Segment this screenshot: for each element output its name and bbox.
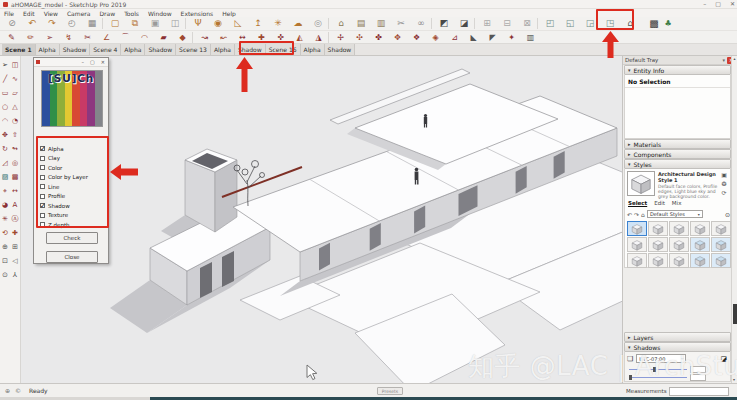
toolbar-icon[interactable]: ✦ bbox=[502, 31, 521, 44]
toolbar-icon[interactable]: ↥ bbox=[248, 17, 268, 30]
toolbar-icon[interactable]: ✣ bbox=[350, 31, 369, 44]
dialog-maximize-button[interactable]: ▢ bbox=[90, 59, 95, 65]
toolbar-icon[interactable]: ⌒ bbox=[116, 31, 135, 44]
menu-item[interactable]: Tools bbox=[124, 10, 139, 17]
shadow-toggle-icon[interactable]: ❏ bbox=[627, 355, 633, 363]
dialog-minimize-button[interactable]: – bbox=[82, 59, 85, 65]
toolbar-icon[interactable]: ◆ bbox=[173, 31, 192, 44]
menu-item[interactable]: Camera bbox=[67, 10, 91, 17]
tray-scrollbar[interactable]: ▴ ▾ bbox=[731, 56, 737, 383]
toolbar-icon[interactable]: ✂ bbox=[78, 31, 97, 44]
timezone-dropdown[interactable]: UTC-07:00 ▾ bbox=[636, 354, 686, 363]
style-swatch[interactable] bbox=[648, 253, 668, 268]
check-button[interactable]: Check bbox=[46, 232, 98, 244]
tool-icon[interactable]: Ⓐ bbox=[10, 212, 20, 226]
toolbar-icon[interactable]: ◫ bbox=[165, 17, 185, 30]
tool-icon[interactable]: ✚ bbox=[10, 226, 20, 240]
scroll-up-icon[interactable]: ▴ bbox=[732, 56, 737, 62]
toolbar-icon[interactable]: ◠ bbox=[135, 31, 154, 44]
scene-tab[interactable]: Alpha bbox=[301, 44, 325, 55]
menu-item[interactable]: Window bbox=[148, 10, 172, 17]
close-dialog-button[interactable]: Close bbox=[46, 251, 98, 263]
tool-icon[interactable]: △ bbox=[10, 100, 20, 114]
image-style-icon[interactable]: ▩ bbox=[646, 17, 662, 30]
style-swatch[interactable] bbox=[711, 237, 731, 252]
tool-icon[interactable]: ✥ bbox=[0, 128, 10, 142]
style-swatch[interactable] bbox=[711, 253, 731, 268]
menu-item[interactable]: File bbox=[4, 10, 14, 17]
section-layers[interactable]: ▸ Layers bbox=[624, 332, 731, 342]
tool-icon[interactable]: ╱ bbox=[0, 72, 10, 86]
section-shadows[interactable]: ▾ Shadows bbox=[624, 342, 731, 352]
toolbar-icon[interactable]: ↜ bbox=[214, 31, 233, 44]
toolbar-icon[interactable]: ⊿ bbox=[445, 31, 464, 44]
toolbar-icon[interactable]: ◣ bbox=[464, 31, 483, 44]
back-arrow-icon[interactable]: ↶ bbox=[627, 211, 632, 218]
tool-icon[interactable]: ◎ bbox=[10, 156, 20, 170]
model-viewport[interactable] bbox=[21, 56, 622, 383]
tool-icon[interactable]: ◁ bbox=[10, 254, 20, 268]
toolbar-icon[interactable]: ↝ bbox=[195, 31, 214, 44]
tool-icon[interactable]: ⟲ bbox=[0, 226, 10, 240]
toolbar-icon[interactable]: ✥ bbox=[388, 31, 407, 44]
scene-tab[interactable]: Scene 4 bbox=[90, 44, 121, 55]
pin-icon[interactable]: ▾ bbox=[722, 57, 725, 63]
toolbar-icon[interactable]: ⌂ bbox=[331, 17, 351, 30]
toolbar-icon[interactable]: ▥ bbox=[371, 17, 391, 30]
forward-arrow-icon[interactable]: ↷ bbox=[634, 211, 639, 218]
toolbar-icon[interactable]: ▥ bbox=[521, 31, 540, 44]
style-swatch[interactable] bbox=[648, 221, 668, 236]
tool-icon[interactable]: ▩ bbox=[10, 170, 20, 184]
scene-tab[interactable]: Shadow bbox=[145, 44, 176, 55]
alpha-plugin-icon[interactable]: ♣ bbox=[662, 17, 674, 30]
tool-icon[interactable]: ↬ bbox=[10, 142, 20, 156]
scene-tab[interactable]: Alpha bbox=[211, 44, 235, 55]
measurements-input[interactable] bbox=[669, 387, 729, 396]
toolbar-icon[interactable]: ◩ bbox=[434, 17, 454, 30]
toolbar-icon[interactable]: ❖ bbox=[407, 31, 426, 44]
toolbar-icon[interactable]: ⧉ bbox=[125, 17, 145, 30]
slider-thumb[interactable] bbox=[653, 367, 656, 373]
tool-icon[interactable]: A bbox=[10, 198, 20, 212]
toolbar-icon[interactable]: ▢ bbox=[105, 17, 125, 30]
toolbar-icon[interactable]: ✳ bbox=[268, 17, 288, 30]
toolbar-icon[interactable]: ◰ bbox=[540, 17, 560, 30]
tool-icon[interactable]: ∿ bbox=[10, 72, 20, 86]
toolbar-icon[interactable]: ▣ bbox=[145, 17, 165, 30]
slider-thumb[interactable] bbox=[629, 375, 632, 381]
toolbar-icon[interactable]: ◈ bbox=[426, 31, 445, 44]
styles-tab[interactable]: Mix bbox=[672, 200, 682, 206]
scene-tab[interactable]: Alpha bbox=[36, 44, 60, 55]
tool-icon[interactable]: ↻ bbox=[0, 142, 10, 156]
tool-icon[interactable]: ⇧ bbox=[10, 128, 20, 142]
toolbar-icon[interactable]: ✤ bbox=[369, 31, 388, 44]
tool-icon[interactable]: ◔ bbox=[10, 114, 20, 128]
toolbar-icon[interactable]: ✢ bbox=[331, 31, 350, 44]
tool-icon[interactable]: ⊡ bbox=[0, 254, 10, 268]
toolbar-icon[interactable]: ∠ bbox=[97, 31, 116, 44]
menu-item[interactable]: Help bbox=[222, 10, 236, 17]
status-chip[interactable]: Presets bbox=[377, 387, 403, 395]
toolbar-icon[interactable]: ⊠ bbox=[517, 17, 537, 30]
section-materials[interactable]: ▸ Materials bbox=[624, 139, 731, 149]
scene-tab[interactable]: Shadow bbox=[325, 44, 356, 55]
style-swatch[interactable] bbox=[690, 237, 710, 252]
styles-collection-dropdown[interactable]: Default Styles ▾ bbox=[647, 210, 703, 218]
tool-icon[interactable]: ⊙ bbox=[0, 268, 10, 282]
style-swatch[interactable] bbox=[648, 237, 668, 252]
style-swatch[interactable] bbox=[669, 237, 689, 252]
scene-tab[interactable]: Scene 13 bbox=[176, 44, 211, 55]
tool-icon[interactable]: ▱ bbox=[10, 86, 20, 100]
refresh-icon[interactable]: ⟳ bbox=[721, 189, 726, 196]
minimize-button[interactable]: – bbox=[703, 0, 706, 7]
tool-icon[interactable]: ➢ bbox=[0, 58, 10, 72]
style-swatch[interactable] bbox=[627, 237, 647, 252]
toolbar-icon[interactable]: ◮ bbox=[309, 31, 328, 44]
toolbar-icon[interactable]: ◺ bbox=[228, 17, 248, 30]
toolbar-icon[interactable]: ◱ bbox=[560, 17, 580, 30]
tool-icon[interactable]: ⊕ bbox=[0, 240, 10, 254]
tool-icon[interactable]: ○ bbox=[0, 100, 10, 114]
dialog-close-button[interactable]: ✕ bbox=[101, 59, 105, 65]
tool-icon[interactable]: ◠ bbox=[0, 114, 10, 128]
scene-tab[interactable]: Scene 1 bbox=[2, 44, 36, 55]
